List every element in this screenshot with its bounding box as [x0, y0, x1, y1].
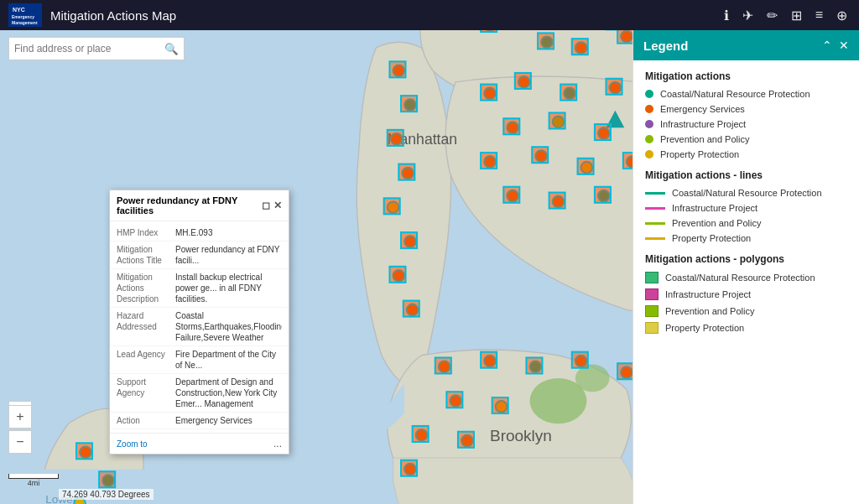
legend-dot-infra	[645, 120, 653, 128]
zoom-controls: + −	[8, 405, 32, 454]
svg-rect-43	[384, 198, 400, 214]
legend-poly-prevention	[645, 305, 659, 317]
legend-dot-property	[645, 150, 653, 158]
zoom-out-button[interactable]: −	[8, 430, 32, 454]
svg-rect-57	[607, 79, 622, 95]
svg-rect-103	[526, 357, 542, 373]
svg-rect-65	[595, 124, 611, 140]
zoom-to-link[interactable]: Zoom to	[117, 439, 148, 449]
svg-rect-37	[401, 96, 417, 112]
nyc-logo: NYC Emergency Management	[8, 3, 42, 27]
legend-line-property	[645, 237, 665, 240]
legend-item-property-poly: Property Protection	[645, 322, 847, 334]
legend-collapse-icon[interactable]: ⌃	[822, 39, 832, 52]
svg-rect-35	[389, 61, 405, 77]
svg-rect-107	[617, 363, 633, 379]
legend-poly-property	[645, 322, 659, 334]
svg-rect-105	[572, 352, 588, 368]
svg-rect-49	[403, 301, 419, 317]
svg-rect-53	[515, 73, 531, 89]
svg-rect-33	[617, 30, 633, 44]
legend-item-infra-poly: Infrastructure Project	[645, 288, 847, 300]
header-toolbar: ℹ ✈ ✏ ⊞ ≡ ⊕	[721, 6, 851, 25]
page-title: Mitigation Actions Map	[50, 8, 721, 23]
svg-rect-45	[401, 232, 417, 248]
svg-rect-115	[458, 432, 474, 448]
popup-row-hmp: HMP Index MH.E.093	[110, 225, 289, 242]
svg-rect-41	[398, 164, 414, 180]
popup-title: Power redundancy at FDNY facilities	[117, 195, 262, 216]
legend-dot-coastal	[645, 90, 653, 98]
coordinates-display: 74.269 40.793 Degrees	[59, 489, 154, 500]
legend-header: Legend ⌃ ✕	[633, 30, 859, 60]
svg-text:Emergency: Emergency	[12, 14, 34, 19]
legend-item-property-dot: Property Protection	[645, 149, 847, 159]
basemap-icon[interactable]: ⊕	[833, 6, 851, 25]
popup-controls: ◻ ✕	[262, 200, 282, 211]
legend-poly-coastal	[645, 272, 659, 283]
legend-item-prevention-line: Prevention and Policy	[645, 218, 847, 228]
svg-rect-29	[538, 33, 554, 49]
svg-rect-87	[549, 193, 565, 209]
info-icon[interactable]: ℹ	[721, 6, 732, 25]
scale-label: 4mi	[8, 479, 59, 487]
legend-item-prevention-poly: Prevention and Policy	[645, 305, 847, 317]
svg-rect-71	[481, 153, 497, 169]
legend-item-coastal-dot: Coastal/Natural Resource Protection	[645, 89, 847, 99]
legend-dot-prevention	[645, 135, 653, 143]
svg-rect-109	[446, 392, 462, 408]
svg-rect-111	[492, 397, 508, 413]
popup-content: HMP Index MH.E.093 Mitigation Actions Ti…	[110, 221, 289, 433]
scale-bar: 4mi	[8, 474, 59, 487]
svg-rect-99	[435, 357, 451, 373]
legend-line-prevention	[645, 222, 665, 225]
svg-rect-21	[481, 30, 497, 32]
legend-section-title-1: Mitigation actions	[645, 70, 847, 82]
legend-section-title-2: Mitigation actions - lines	[645, 169, 847, 181]
legend-item-property-line: Property Protection	[645, 233, 847, 243]
popup: Power redundancy at FDNY facilities ◻ ✕ …	[109, 190, 289, 455]
svg-rect-63	[549, 112, 565, 128]
layer-icon[interactable]: ≡	[812, 6, 826, 24]
svg-rect-55	[560, 85, 576, 101]
legend-header-controls: ⌃ ✕	[822, 39, 849, 52]
legend-body: Mitigation actions Coastal/Natural Resou…	[633, 60, 859, 349]
fly-to-icon[interactable]: ✈	[739, 6, 757, 25]
svg-rect-51	[481, 85, 497, 101]
svg-rect-85	[503, 187, 519, 203]
edit-icon[interactable]: ✏	[763, 6, 781, 25]
legend-title: Legend	[643, 39, 688, 53]
legend-item-infra-line: Infrastructure Project	[645, 203, 847, 213]
popup-row-lead: Lead Agency Fire Department of the City …	[110, 346, 289, 374]
svg-text:Management: Management	[12, 20, 38, 25]
legend-line-coastal	[645, 192, 665, 195]
popup-minimize-icon[interactable]: ◻	[262, 200, 270, 211]
svg-rect-89	[595, 187, 611, 203]
svg-rect-31	[572, 39, 588, 55]
svg-rect-61	[503, 118, 519, 134]
svg-text:NYC: NYC	[13, 7, 25, 13]
svg-rect-121	[99, 471, 115, 487]
grid-icon[interactable]: ⊞	[788, 6, 805, 25]
legend-item-coastal-poly: Coastal/Natural Resource Protection	[645, 272, 847, 283]
search-bar: 🔍	[8, 37, 185, 60]
legend-item-emergency-dot: Emergency Services	[645, 104, 847, 114]
popup-close-icon[interactable]: ✕	[273, 200, 282, 211]
svg-rect-117	[401, 460, 417, 476]
popup-row-title: Mitigation Actions Title Power redundanc…	[110, 242, 289, 269]
popup-more-button[interactable]: ...	[273, 438, 282, 449]
zoom-in-button[interactable]: +	[8, 405, 32, 429]
popup-row-desc: Mitigation Actions Description Install b…	[110, 269, 289, 308]
popup-row-action: Action Emergency Services	[110, 413, 289, 429]
search-button[interactable]: 🔍	[159, 43, 184, 55]
legend-dot-emergency	[645, 105, 653, 113]
search-input[interactable]	[9, 38, 159, 60]
popup-footer: Zoom to ...	[110, 433, 289, 454]
svg-rect-101	[481, 352, 497, 368]
svg-rect-113	[413, 426, 429, 442]
svg-rect-39	[388, 130, 403, 146]
legend-section-title-3: Mitigation actions - polygons	[645, 253, 847, 265]
popup-row-hazard: Hazard Addressed Coastal Storms,Earthqua…	[110, 308, 289, 346]
legend-close-icon[interactable]: ✕	[839, 39, 849, 52]
svg-rect-119	[76, 443, 92, 459]
